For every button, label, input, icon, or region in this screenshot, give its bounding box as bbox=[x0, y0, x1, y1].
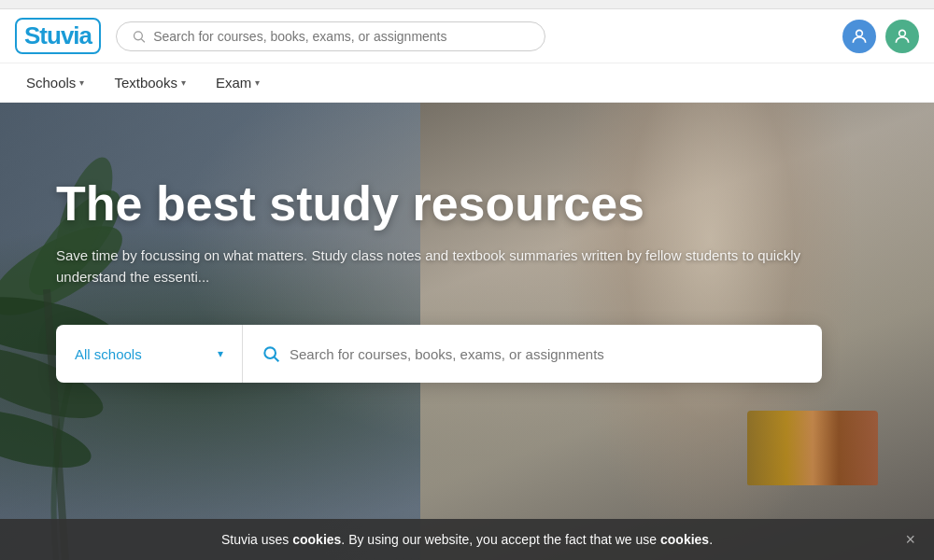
school-selector-text: All schools bbox=[75, 346, 142, 362]
cookie-text-after: . bbox=[709, 532, 713, 547]
textbooks-chevron-icon: ▾ bbox=[181, 77, 186, 88]
header-right bbox=[842, 20, 919, 53]
hero-search-input[interactable] bbox=[290, 346, 803, 362]
nav-schools[interactable]: Schools ▾ bbox=[15, 67, 95, 98]
svg-point-2 bbox=[856, 30, 863, 36]
svg-line-11 bbox=[275, 357, 279, 362]
svg-point-0 bbox=[134, 31, 143, 39]
header-search-bar[interactable] bbox=[116, 21, 545, 51]
logo[interactable]: Stuvia bbox=[15, 18, 101, 54]
hero-title: The best study resources bbox=[56, 177, 878, 231]
header-search-input[interactable] bbox=[153, 29, 530, 44]
browser-bar bbox=[0, 0, 934, 9]
books-decoration bbox=[747, 411, 878, 485]
person-icon bbox=[850, 27, 869, 46]
cookie-bold-1: cookies bbox=[292, 532, 341, 547]
hero-content: The best study resources Save time by fo… bbox=[0, 103, 934, 420]
hero-search-container: All schools ▾ bbox=[56, 325, 822, 383]
navbar: Schools ▾ Textbooks ▾ Exam ▾ bbox=[0, 63, 934, 103]
hero-section: The best study resources Save time by fo… bbox=[0, 103, 934, 560]
cookie-text: Stuvia uses cookies. By using our websit… bbox=[221, 532, 713, 547]
nav-textbooks[interactable]: Textbooks ▾ bbox=[103, 67, 197, 98]
schools-chevron-icon: ▾ bbox=[79, 77, 84, 88]
svg-line-1 bbox=[141, 38, 144, 41]
cookie-banner: Stuvia uses cookies. By using our websit… bbox=[0, 519, 934, 560]
hero-search-icon bbox=[262, 344, 280, 363]
cookie-text-before: Stuvia uses bbox=[221, 532, 292, 547]
cookie-close-button[interactable]: × bbox=[905, 530, 915, 550]
account-icon bbox=[893, 27, 912, 46]
hero-search-bar[interactable] bbox=[243, 344, 822, 363]
svg-point-10 bbox=[264, 348, 276, 359]
nav-exam-label: Exam bbox=[216, 75, 251, 91]
cookie-text-middle: . By using our website, you accept the f… bbox=[341, 532, 660, 547]
svg-point-3 bbox=[899, 30, 906, 36]
logo-text: Stuvia bbox=[15, 18, 101, 54]
user-menu-avatar[interactable] bbox=[885, 20, 919, 53]
cookie-bold-2: cookies bbox=[660, 532, 709, 547]
school-chevron-icon: ▾ bbox=[218, 347, 223, 360]
school-selector[interactable]: All schools ▾ bbox=[56, 325, 243, 383]
exam-chevron-icon: ▾ bbox=[255, 77, 260, 88]
nav-textbooks-label: Textbooks bbox=[114, 75, 177, 91]
user-avatar-icon[interactable] bbox=[842, 20, 876, 53]
header: Stuvia bbox=[0, 9, 934, 63]
nav-exam[interactable]: Exam ▾ bbox=[205, 67, 271, 98]
search-icon bbox=[132, 29, 146, 44]
hero-subtitle: Save time by focussing on what matters. … bbox=[56, 245, 803, 287]
nav-schools-label: Schools bbox=[26, 75, 76, 91]
